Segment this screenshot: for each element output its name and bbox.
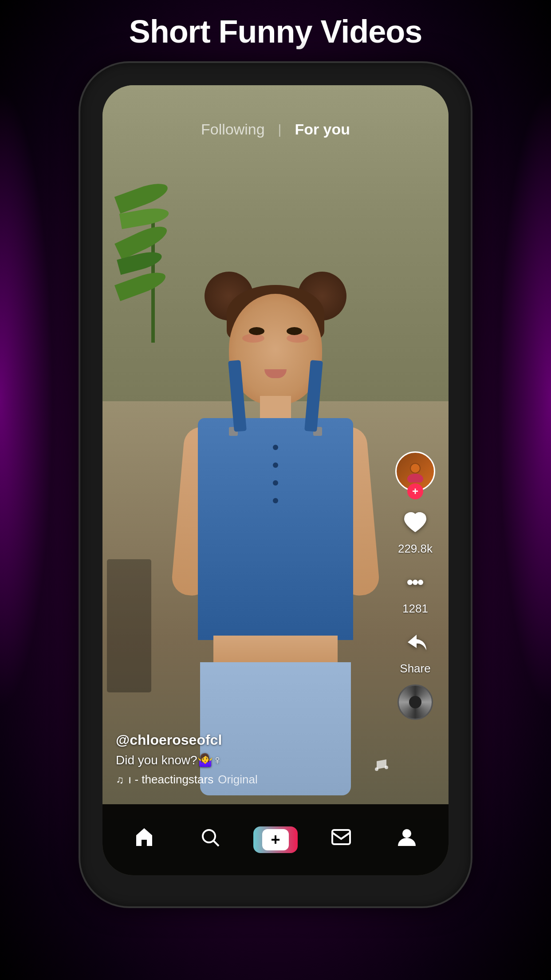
like-button[interactable]: 229.8k [398, 505, 433, 556]
top-navigation: Following | For you [102, 121, 449, 138]
svg-point-7 [385, 766, 388, 769]
music-note-icon: ♫ [116, 774, 124, 786]
share-button[interactable]: Share [398, 624, 433, 676]
video-container: Following | For you + [102, 85, 449, 875]
bottom-navigation: + [102, 804, 449, 875]
comment-count: 1281 [402, 602, 428, 616]
following-tab[interactable]: Following [201, 121, 265, 138]
svg-point-6 [375, 767, 378, 771]
svg-point-1 [407, 474, 423, 482]
svg-point-8 [203, 830, 215, 842]
caption: Did you know?🤷‍♀️♀ [116, 753, 391, 767]
nav-search[interactable] [177, 826, 243, 853]
search-icon [199, 826, 220, 853]
follow-button[interactable]: + [407, 483, 423, 499]
music-disc-inner [409, 696, 421, 708]
phone-wrapper: Following | For you + [80, 63, 471, 906]
svg-point-2 [411, 464, 420, 473]
nav-add[interactable]: + [243, 826, 308, 853]
add-button[interactable]: + [253, 826, 298, 853]
svg-point-4 [413, 580, 418, 585]
nav-me[interactable] [374, 826, 440, 853]
floating-music-icon [373, 756, 391, 778]
username[interactable]: @chloeroseofcl [116, 732, 391, 748]
profile-icon [396, 826, 417, 853]
svg-point-11 [402, 829, 411, 838]
for-you-tab[interactable]: For you [295, 121, 350, 138]
creator-avatar[interactable]: + [395, 451, 435, 491]
page-title: Short Funny Videos [129, 13, 422, 50]
home-icon [134, 826, 155, 853]
comment-button[interactable]: 1281 [398, 565, 433, 616]
like-count: 229.8k [398, 542, 433, 556]
svg-point-5 [418, 580, 423, 585]
music-label: Original [218, 773, 258, 786]
music-info: ♫ ı - theactingstars Original [116, 773, 391, 786]
share-label: Share [400, 662, 430, 676]
heart-icon [398, 505, 433, 540]
bottom-info: @chloeroseofcl Did you know?🤷‍♀️♀ ♫ ı - … [116, 732, 391, 786]
svg-line-9 [214, 841, 219, 846]
nav-home[interactable] [111, 826, 177, 853]
inbox-icon [331, 826, 352, 853]
comment-icon [398, 565, 433, 600]
svg-rect-10 [332, 830, 350, 844]
music-disc[interactable] [398, 684, 433, 720]
nav-divider: | [278, 122, 282, 137]
plus-icon: + [262, 829, 289, 850]
share-icon [398, 624, 433, 660]
right-actions: + 229.8k [395, 451, 435, 720]
svg-point-3 [407, 580, 413, 585]
music-artist: ı - theactingstars [128, 773, 213, 786]
nav-inbox[interactable] [308, 826, 374, 853]
person-figure [169, 272, 382, 804]
